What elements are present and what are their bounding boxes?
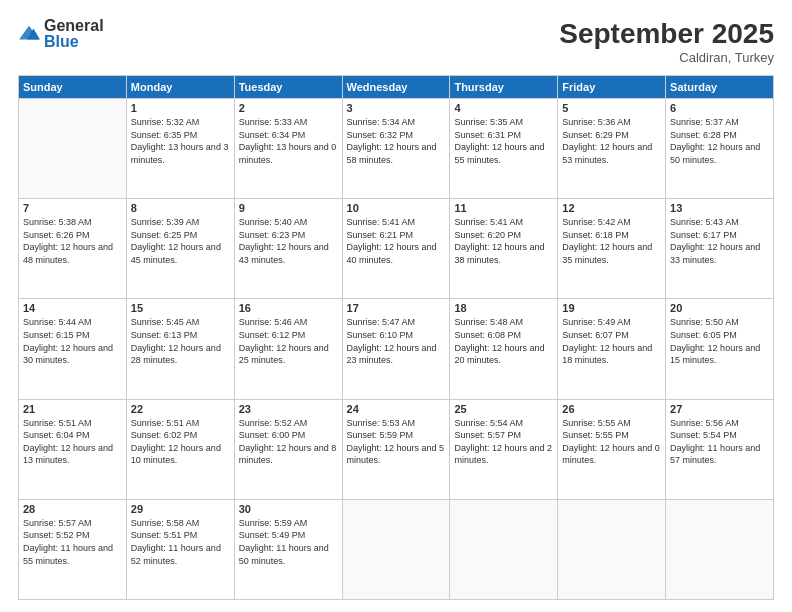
day-number: 19: [562, 302, 661, 314]
title-block: September 2025 Caldiran, Turkey: [559, 18, 774, 65]
calendar-cell: 4Sunrise: 5:35 AM Sunset: 6:31 PM Daylig…: [450, 99, 558, 199]
day-info: Sunrise: 5:54 AM Sunset: 5:57 PM Dayligh…: [454, 417, 553, 467]
col-sunday: Sunday: [19, 76, 127, 99]
calendar-cell: 20Sunrise: 5:50 AM Sunset: 6:05 PM Dayli…: [666, 299, 774, 399]
day-info: Sunrise: 5:41 AM Sunset: 6:21 PM Dayligh…: [347, 216, 446, 266]
calendar-week-row: 1Sunrise: 5:32 AM Sunset: 6:35 PM Daylig…: [19, 99, 774, 199]
day-info: Sunrise: 5:56 AM Sunset: 5:54 PM Dayligh…: [670, 417, 769, 467]
calendar-cell: 3Sunrise: 5:34 AM Sunset: 6:32 PM Daylig…: [342, 99, 450, 199]
calendar-cell: 19Sunrise: 5:49 AM Sunset: 6:07 PM Dayli…: [558, 299, 666, 399]
day-number: 28: [23, 503, 122, 515]
calendar-week-row: 14Sunrise: 5:44 AM Sunset: 6:15 PM Dayli…: [19, 299, 774, 399]
day-info: Sunrise: 5:50 AM Sunset: 6:05 PM Dayligh…: [670, 316, 769, 366]
col-tuesday: Tuesday: [234, 76, 342, 99]
day-number: 2: [239, 102, 338, 114]
col-thursday: Thursday: [450, 76, 558, 99]
calendar-cell: 18Sunrise: 5:48 AM Sunset: 6:08 PM Dayli…: [450, 299, 558, 399]
day-info: Sunrise: 5:33 AM Sunset: 6:34 PM Dayligh…: [239, 116, 338, 166]
calendar-cell: 1Sunrise: 5:32 AM Sunset: 6:35 PM Daylig…: [126, 99, 234, 199]
calendar-cell: 26Sunrise: 5:55 AM Sunset: 5:55 PM Dayli…: [558, 399, 666, 499]
day-number: 18: [454, 302, 553, 314]
day-info: Sunrise: 5:51 AM Sunset: 6:02 PM Dayligh…: [131, 417, 230, 467]
day-info: Sunrise: 5:42 AM Sunset: 6:18 PM Dayligh…: [562, 216, 661, 266]
day-info: Sunrise: 5:45 AM Sunset: 6:13 PM Dayligh…: [131, 316, 230, 366]
calendar-cell: 22Sunrise: 5:51 AM Sunset: 6:02 PM Dayli…: [126, 399, 234, 499]
calendar-cell: 10Sunrise: 5:41 AM Sunset: 6:21 PM Dayli…: [342, 199, 450, 299]
day-number: 30: [239, 503, 338, 515]
day-info: Sunrise: 5:44 AM Sunset: 6:15 PM Dayligh…: [23, 316, 122, 366]
day-info: Sunrise: 5:51 AM Sunset: 6:04 PM Dayligh…: [23, 417, 122, 467]
calendar-header-row: Sunday Monday Tuesday Wednesday Thursday…: [19, 76, 774, 99]
calendar-cell: 9Sunrise: 5:40 AM Sunset: 6:23 PM Daylig…: [234, 199, 342, 299]
day-info: Sunrise: 5:57 AM Sunset: 5:52 PM Dayligh…: [23, 517, 122, 567]
logo-icon: [18, 23, 40, 45]
calendar-cell: 2Sunrise: 5:33 AM Sunset: 6:34 PM Daylig…: [234, 99, 342, 199]
day-number: 11: [454, 202, 553, 214]
day-info: Sunrise: 5:55 AM Sunset: 5:55 PM Dayligh…: [562, 417, 661, 467]
day-info: Sunrise: 5:48 AM Sunset: 6:08 PM Dayligh…: [454, 316, 553, 366]
day-number: 21: [23, 403, 122, 415]
location: Caldiran, Turkey: [559, 50, 774, 65]
calendar: Sunday Monday Tuesday Wednesday Thursday…: [18, 75, 774, 600]
calendar-cell: 24Sunrise: 5:53 AM Sunset: 5:59 PM Dayli…: [342, 399, 450, 499]
col-saturday: Saturday: [666, 76, 774, 99]
day-info: Sunrise: 5:39 AM Sunset: 6:25 PM Dayligh…: [131, 216, 230, 266]
day-number: 27: [670, 403, 769, 415]
day-number: 14: [23, 302, 122, 314]
col-wednesday: Wednesday: [342, 76, 450, 99]
day-number: 16: [239, 302, 338, 314]
day-info: Sunrise: 5:47 AM Sunset: 6:10 PM Dayligh…: [347, 316, 446, 366]
calendar-cell: [19, 99, 127, 199]
day-info: Sunrise: 5:58 AM Sunset: 5:51 PM Dayligh…: [131, 517, 230, 567]
day-number: 8: [131, 202, 230, 214]
calendar-cell: 27Sunrise: 5:56 AM Sunset: 5:54 PM Dayli…: [666, 399, 774, 499]
day-info: Sunrise: 5:32 AM Sunset: 6:35 PM Dayligh…: [131, 116, 230, 166]
day-info: Sunrise: 5:38 AM Sunset: 6:26 PM Dayligh…: [23, 216, 122, 266]
calendar-week-row: 21Sunrise: 5:51 AM Sunset: 6:04 PM Dayli…: [19, 399, 774, 499]
calendar-cell: [450, 499, 558, 599]
day-info: Sunrise: 5:46 AM Sunset: 6:12 PM Dayligh…: [239, 316, 338, 366]
calendar-cell: 25Sunrise: 5:54 AM Sunset: 5:57 PM Dayli…: [450, 399, 558, 499]
day-number: 9: [239, 202, 338, 214]
day-number: 15: [131, 302, 230, 314]
day-number: 3: [347, 102, 446, 114]
logo: General Blue: [18, 18, 104, 50]
calendar-cell: 14Sunrise: 5:44 AM Sunset: 6:15 PM Dayli…: [19, 299, 127, 399]
calendar-cell: 21Sunrise: 5:51 AM Sunset: 6:04 PM Dayli…: [19, 399, 127, 499]
calendar-cell: 12Sunrise: 5:42 AM Sunset: 6:18 PM Dayli…: [558, 199, 666, 299]
day-number: 4: [454, 102, 553, 114]
day-number: 23: [239, 403, 338, 415]
calendar-cell: 17Sunrise: 5:47 AM Sunset: 6:10 PM Dayli…: [342, 299, 450, 399]
day-number: 17: [347, 302, 446, 314]
day-number: 7: [23, 202, 122, 214]
calendar-cell: 23Sunrise: 5:52 AM Sunset: 6:00 PM Dayli…: [234, 399, 342, 499]
day-number: 26: [562, 403, 661, 415]
day-info: Sunrise: 5:37 AM Sunset: 6:28 PM Dayligh…: [670, 116, 769, 166]
day-number: 5: [562, 102, 661, 114]
header: General Blue September 2025 Caldiran, Tu…: [18, 18, 774, 65]
day-info: Sunrise: 5:34 AM Sunset: 6:32 PM Dayligh…: [347, 116, 446, 166]
logo-blue: Blue: [44, 34, 104, 50]
day-number: 29: [131, 503, 230, 515]
day-number: 6: [670, 102, 769, 114]
calendar-cell: [342, 499, 450, 599]
logo-general: General: [44, 18, 104, 34]
day-number: 13: [670, 202, 769, 214]
day-info: Sunrise: 5:53 AM Sunset: 5:59 PM Dayligh…: [347, 417, 446, 467]
month-title: September 2025: [559, 18, 774, 50]
calendar-week-row: 7Sunrise: 5:38 AM Sunset: 6:26 PM Daylig…: [19, 199, 774, 299]
calendar-cell: 11Sunrise: 5:41 AM Sunset: 6:20 PM Dayli…: [450, 199, 558, 299]
calendar-cell: [666, 499, 774, 599]
day-number: 12: [562, 202, 661, 214]
day-number: 22: [131, 403, 230, 415]
col-monday: Monday: [126, 76, 234, 99]
calendar-cell: 15Sunrise: 5:45 AM Sunset: 6:13 PM Dayli…: [126, 299, 234, 399]
day-info: Sunrise: 5:35 AM Sunset: 6:31 PM Dayligh…: [454, 116, 553, 166]
day-number: 25: [454, 403, 553, 415]
calendar-cell: 6Sunrise: 5:37 AM Sunset: 6:28 PM Daylig…: [666, 99, 774, 199]
day-number: 1: [131, 102, 230, 114]
calendar-cell: [558, 499, 666, 599]
col-friday: Friday: [558, 76, 666, 99]
calendar-cell: 13Sunrise: 5:43 AM Sunset: 6:17 PM Dayli…: [666, 199, 774, 299]
day-info: Sunrise: 5:59 AM Sunset: 5:49 PM Dayligh…: [239, 517, 338, 567]
